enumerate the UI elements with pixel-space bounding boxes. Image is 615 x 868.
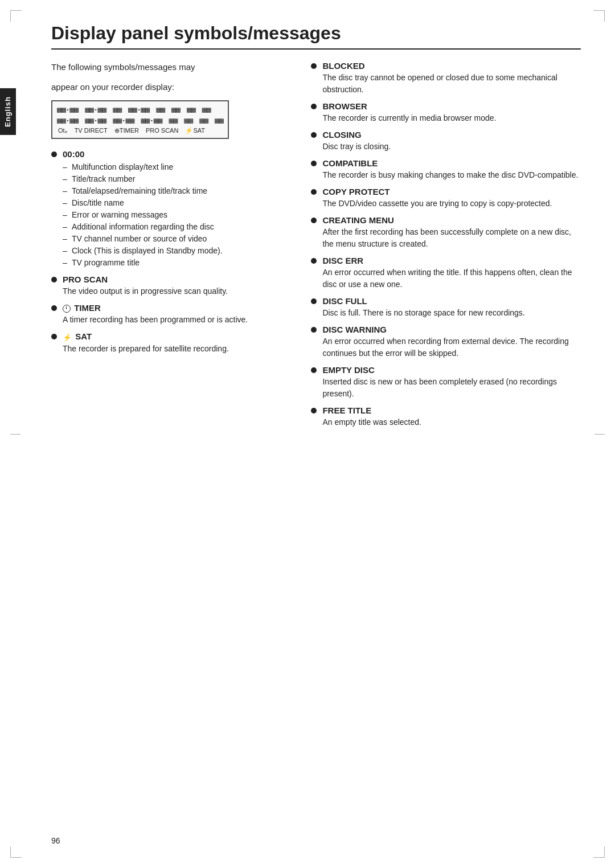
bullet-desc-sat: The recorder is prepared for satellite r… xyxy=(63,343,288,355)
display-seg-7: ▦▦ xyxy=(187,105,195,114)
bullet-item-disc-err: DISC ERR An error occurred when writing … xyxy=(311,256,581,290)
bullet-content-creating-menu: CREATING MENU After the first recording … xyxy=(322,215,581,250)
display-label-proscan: PRO SCAN xyxy=(146,127,178,134)
bullet-content-disc-err: DISC ERR An error occurred when writing … xyxy=(322,256,581,290)
page-title: Display panel symbols/messages xyxy=(51,23,581,50)
bullet-dot-disc-full xyxy=(311,298,317,304)
bullet-item-copy-protect: COPY PROTECT The DVD/video cassette you … xyxy=(311,187,581,210)
bullet-desc-disc-full: Disc is full. There is no storage space … xyxy=(322,307,581,319)
intro-text-2: appear on your recorder display: xyxy=(51,81,288,94)
bullet-content-compatible: COMPATIBLE The recorder is busy making c… xyxy=(322,158,581,181)
bullet-title-sat: ⚡ SAT xyxy=(63,331,288,342)
bullet-item-blocked: BLOCKED The disc tray cannot be opened o… xyxy=(311,61,581,96)
bullet-title-browser: BROWSER xyxy=(322,101,581,111)
bullet-item-proscan: PRO SCAN The video output is in progress… xyxy=(51,275,288,297)
bullet-dot-timer xyxy=(51,305,57,311)
display-seg-8: ▦▦ xyxy=(202,105,211,114)
bullet-item-browser: BROWSER The recorder is currently in med… xyxy=(311,101,581,124)
bullet-title-free-title: FREE TITLE xyxy=(322,406,581,415)
bullet-desc-browser: The recorder is currently in media brows… xyxy=(322,112,581,124)
bullet-title-time: 00:00 xyxy=(63,149,288,159)
display-seg-1: ▦▦·▦▦ xyxy=(57,105,78,114)
bullet-desc-empty-disc: Inserted disc is new or has been complet… xyxy=(322,376,581,400)
bullet-title-disc-warning: DISC WARNING xyxy=(322,325,581,334)
bullet-item-free-title: FREE TITLE An empty title was selected. xyxy=(311,406,581,428)
bullet-title-disc-err: DISC ERR xyxy=(322,256,581,265)
bullet-content-proscan: PRO SCAN The video output is in progress… xyxy=(63,275,288,297)
display-seg-10: ▦▦·▦▦ xyxy=(85,116,106,125)
bullet-title-compatible: COMPATIBLE xyxy=(322,158,581,168)
bullet-dot-disc-warning xyxy=(311,327,317,333)
bullet-desc-free-title: An empty title was selected. xyxy=(322,416,581,428)
bullet-content-empty-disc: EMPTY DISC Inserted disc is new or has b… xyxy=(322,365,581,400)
bullet-desc-proscan: The video output is in progressive scan … xyxy=(63,285,288,297)
bullet-item-empty-disc: EMPTY DISC Inserted disc is new or has b… xyxy=(311,365,581,400)
intro-text-1: The following symbols/messages may xyxy=(51,61,288,74)
display-label-ote: Otₑ xyxy=(58,127,68,134)
bullet-dot-copy-protect xyxy=(311,189,317,195)
bullet-dot-disc-err xyxy=(311,258,317,264)
bullet-content-browser: BROWSER The recorder is currently in med… xyxy=(322,101,581,124)
bullet-desc-disc-warning: An error occurred when recording from ex… xyxy=(322,335,581,359)
bullet-dot-browser xyxy=(311,104,317,109)
bullet-desc-disc-err: An error occurred when writing the title… xyxy=(322,267,581,290)
bullet-title-creating-menu: CREATING MENU xyxy=(322,215,581,225)
bullet-dot-free-title xyxy=(311,408,317,413)
bullet-dot-blocked xyxy=(311,63,317,69)
bullet-desc-creating-menu: After the first recording has been succe… xyxy=(322,226,581,250)
bullet-content-disc-warning: DISC WARNING An error occurred when reco… xyxy=(322,325,581,359)
bullet-dot-sat xyxy=(51,334,57,339)
right-column: BLOCKED The disc tray cannot be opened o… xyxy=(305,61,581,434)
bullet-title-blocked: BLOCKED xyxy=(322,61,581,71)
bullet-content-free-title: FREE TITLE An empty title was selected. xyxy=(322,406,581,428)
display-panel-image: ▦▦·▦▦ ▦▦·▦▦ ▦▦ ▦▦·▦▦ ▦▦ ▦▦ ▦▦ ▦▦ xyxy=(51,100,229,139)
bullet-content-blocked: BLOCKED The disc tray cannot be opened o… xyxy=(322,61,581,96)
bullet-title-empty-disc: EMPTY DISC xyxy=(322,365,581,375)
bullet-item-creating-menu: CREATING MENU After the first recording … xyxy=(311,215,581,250)
bullet-title-closing: CLOSING xyxy=(322,130,581,140)
sub-item-9: TV programme title xyxy=(63,257,288,269)
bullet-content-disc-full: DISC FULL Disc is full. There is no stor… xyxy=(322,296,581,319)
bullet-content-closing: CLOSING Disc tray is closing. xyxy=(322,130,581,153)
sub-item-7: TV channel number or source of video xyxy=(63,233,288,245)
bullet-title-copy-protect: COPY PROTECT xyxy=(322,187,581,196)
sub-item-6: Additional information regarding the dis… xyxy=(63,221,288,233)
sub-list-time: Multifunction display/text line Title/tr… xyxy=(63,161,288,269)
sub-item-5: Error or warning messages xyxy=(63,209,288,221)
sub-item-2: Title/track number xyxy=(63,173,288,185)
display-seg-4: ▦▦·▦▦ xyxy=(128,105,149,114)
display-seg-5: ▦▦ xyxy=(156,105,165,114)
bullet-item-closing: CLOSING Disc tray is closing. xyxy=(311,130,581,153)
language-tab: English xyxy=(0,88,16,135)
display-seg-15: ▦▦ xyxy=(199,116,208,125)
bullet-item-sat: ⚡ SAT The recorder is prepared for satel… xyxy=(51,331,288,355)
sub-item-1: Multifunction display/text line xyxy=(63,161,288,173)
bullet-dot xyxy=(51,152,57,157)
bullet-item-compatible: COMPATIBLE The recorder is busy making c… xyxy=(311,158,581,181)
display-label-timer: ⊕TIMER xyxy=(114,127,139,134)
left-column: The following symbols/messages may appea… xyxy=(51,61,305,434)
display-seg-13: ▦▦ xyxy=(169,116,178,125)
bullet-content-copy-protect: COPY PROTECT The DVD/video cassette you … xyxy=(322,187,581,210)
bullet-title-disc-full: DISC FULL xyxy=(322,296,581,306)
bullet-dot-closing xyxy=(311,132,317,138)
page-number: 96 xyxy=(51,836,60,845)
satellite-icon: ⚡ xyxy=(63,333,72,342)
bullet-title-proscan: PRO SCAN xyxy=(63,275,288,284)
bullet-desc-timer: A timer recording has been programmed or… xyxy=(63,314,288,326)
bullet-item-time: 00:00 Multifunction display/text line Ti… xyxy=(51,149,288,269)
bullet-item-disc-warning: DISC WARNING An error occurred when reco… xyxy=(311,325,581,359)
sub-item-3: Total/elapsed/remaining title/track time xyxy=(63,185,288,197)
bullet-item-disc-full: DISC FULL Disc is full. There is no stor… xyxy=(311,296,581,319)
display-seg-6: ▦▦ xyxy=(171,105,180,114)
bullet-item-timer: TIMER A timer recording has been program… xyxy=(51,303,288,326)
display-bottom-row: Otₑ TV DIRECT ⊕TIMER PRO SCAN ⚡SAT xyxy=(57,127,223,134)
display-seg-12: ▦▦·▦▦ xyxy=(141,116,162,125)
sub-item-4: Disc/title name xyxy=(63,197,288,209)
bullet-content-time: 00:00 Multifunction display/text line Ti… xyxy=(63,149,288,269)
display-label-sat: ⚡SAT xyxy=(185,127,205,134)
bullet-desc-compatible: The recorder is busy making changes to m… xyxy=(322,169,581,181)
bullet-desc-blocked: The disc tray cannot be opened or closed… xyxy=(322,72,581,96)
display-seg-14: ▦▦ xyxy=(184,116,192,125)
timer-clock-icon xyxy=(63,305,71,313)
